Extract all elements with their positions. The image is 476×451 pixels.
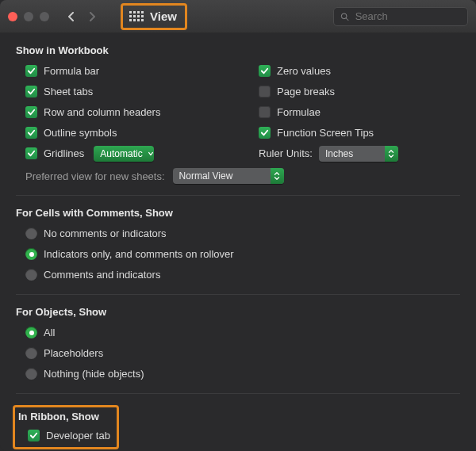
close-window-button[interactable] — [8, 12, 17, 21]
divider — [16, 393, 460, 394]
minimize-window-button[interactable] — [24, 12, 33, 21]
radio-label: Placeholders — [44, 347, 103, 359]
checkbox-row-col-headers[interactable]: Row and column headers — [25, 104, 227, 120]
preferred-view-select[interactable]: Normal View — [173, 168, 284, 184]
radio-nothing[interactable]: Nothing (hide objects) — [25, 365, 460, 382]
checkbox-sheet-tabs[interactable]: Sheet tabs — [25, 83, 227, 100]
checkbox-formulae[interactable]: Formulae — [259, 104, 460, 120]
chevron-down-icon — [148, 148, 154, 159]
check-icon — [259, 106, 271, 118]
forward-button — [87, 12, 97, 21]
preferences-panel: Show in Workbook Formula bar Sheet tabs … — [0, 33, 476, 451]
gridlines-color-select[interactable]: Automatic — [94, 146, 153, 162]
stepper-arrows-icon — [385, 146, 398, 162]
checkbox-label: Sheet tabs — [44, 86, 93, 97]
ruler-units-label: Ruler Units: — [259, 147, 313, 159]
divider — [16, 195, 460, 196]
checkbox-label: Row and column headers — [44, 106, 160, 118]
select-value: Inches — [325, 148, 358, 159]
stepper-arrows-icon — [271, 168, 284, 184]
divider — [16, 294, 460, 295]
svg-line-1 — [346, 17, 348, 20]
radio-icon — [25, 368, 37, 380]
select-value: Normal View — [179, 170, 238, 182]
radio-icon — [25, 347, 37, 359]
checkbox-outline-symbols[interactable]: Outline symbols — [25, 124, 227, 141]
check-icon — [25, 86, 37, 97]
checkbox-zero-values[interactable]: Zero values — [259, 63, 460, 79]
check-icon — [25, 106, 37, 118]
back-button[interactable] — [67, 12, 76, 21]
section-title-objects: For Objects, Show — [16, 306, 460, 318]
check-icon — [28, 430, 40, 441]
ruler-units-select[interactable]: Inches — [319, 146, 398, 162]
radio-icon — [25, 269, 37, 281]
checkbox-label: Developer tab — [46, 430, 110, 441]
checkbox-developer-tab[interactable]: Developer tab — [28, 427, 110, 444]
check-icon — [25, 65, 37, 77]
check-icon — [259, 86, 271, 97]
title-highlight: View — [121, 3, 187, 30]
radio-label: Comments and indicators — [44, 269, 160, 281]
checkbox-label: Formulae — [277, 106, 321, 118]
radio-icon — [25, 327, 37, 338]
checkbox-page-breaks[interactable]: Page breaks — [259, 83, 460, 100]
radio-icon — [25, 248, 37, 260]
check-icon — [25, 127, 37, 139]
ribbon-highlight: In Ribbon, Show Developer tab — [13, 405, 119, 449]
radio-label: All — [44, 327, 55, 338]
preferred-view-row: Preferred view for new sheets: Normal Vi… — [25, 168, 460, 184]
checkbox-screen-tips[interactable]: Function Screen Tips — [259, 124, 460, 141]
window-title: View — [150, 10, 177, 23]
radio-placeholders[interactable]: Placeholders — [25, 345, 460, 361]
section-title-comments: For Cells with Comments, Show — [16, 207, 460, 219]
radio-no-comments[interactable]: No comments or indicators — [25, 225, 460, 242]
radio-indicators-only[interactable]: Indicators only, and comments on rollove… — [25, 246, 460, 262]
checkbox-label: Page breaks — [277, 86, 335, 97]
radio-label: No comments or indicators — [44, 227, 167, 239]
search-icon — [340, 12, 349, 21]
checkbox-label: Function Screen Tips — [277, 127, 374, 139]
search-field[interactable] — [333, 7, 468, 26]
radio-comments-and-indicators[interactable]: Comments and indicators — [25, 266, 460, 283]
checkbox-label: Zero values — [277, 65, 331, 77]
search-input[interactable] — [354, 10, 461, 23]
radio-all-objects[interactable]: All — [25, 324, 460, 341]
ruler-units-row: Ruler Units: Inches — [259, 145, 460, 162]
checkbox-label: Gridlines — [44, 147, 84, 159]
titlebar: View — [0, 0, 476, 33]
check-icon — [259, 127, 271, 139]
section-title-ribbon: In Ribbon, Show — [18, 411, 110, 422]
check-icon — [25, 147, 37, 159]
show-all-icon[interactable] — [129, 11, 144, 21]
checkbox-label: Formula bar — [44, 65, 99, 77]
check-icon — [259, 65, 271, 77]
radio-label: Indicators only, and comments on rollove… — [44, 248, 234, 260]
preferred-view-label: Preferred view for new sheets: — [25, 170, 165, 182]
section-title-show-in-workbook: Show in Workbook — [16, 44, 460, 56]
checkbox-formula-bar[interactable]: Formula bar — [25, 63, 227, 79]
radio-label: Nothing (hide objects) — [44, 368, 144, 380]
checkbox-gridlines[interactable]: Gridlines Automatic — [25, 145, 227, 162]
window-controls — [8, 12, 49, 21]
select-value: Automatic — [100, 148, 147, 159]
radio-icon — [25, 227, 37, 239]
checkbox-label: Outline symbols — [44, 127, 117, 139]
maximize-window-button[interactable] — [40, 12, 49, 21]
nav-buttons — [67, 12, 97, 21]
